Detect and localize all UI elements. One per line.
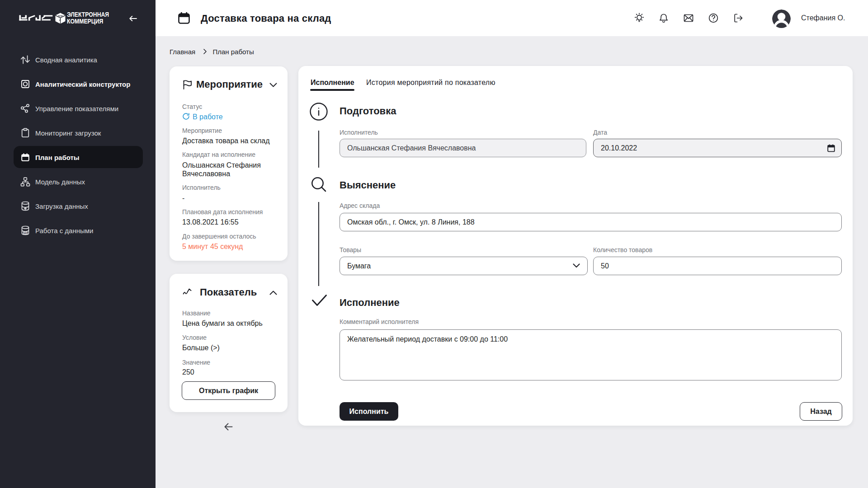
svg-text:SQL: SQL	[24, 232, 27, 234]
